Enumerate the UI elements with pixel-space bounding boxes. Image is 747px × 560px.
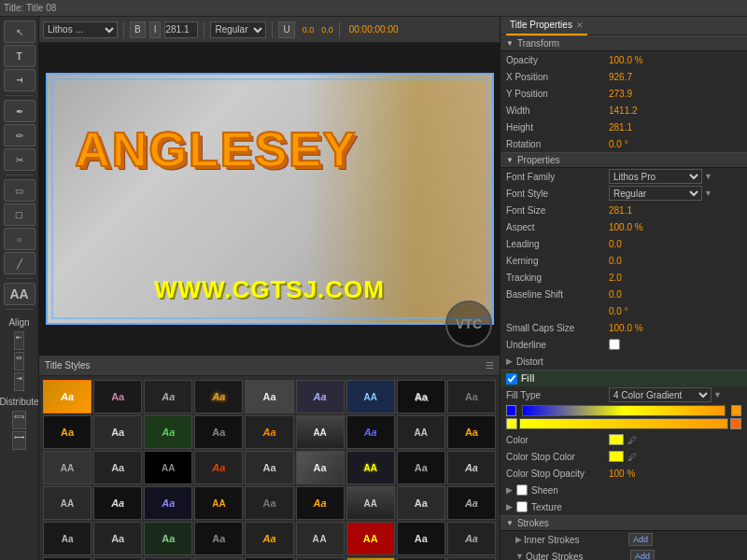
color-swatch[interactable] [609,434,624,445]
style-cell[interactable]: Aa [245,486,293,520]
style-cell[interactable]: AA [346,486,395,520]
style-cell[interactable]: AA [296,522,345,555]
style-cell[interactable]: Aa [447,451,496,484]
tool-select[interactable]: ↖ [4,21,35,43]
style-cell[interactable]: Aa [296,486,345,520]
italic-button[interactable]: I [149,21,162,38]
style-cell[interactable]: Aa [144,486,192,520]
color-stop-swatch[interactable] [609,451,624,462]
style-cell[interactable]: Aa [93,451,142,484]
color-stop-opacity-value[interactable]: 100 % [609,469,635,479]
style-cell[interactable]: Aa [93,415,142,449]
style-cell[interactable]: Aa [397,486,445,520]
style-cell[interactable]: AA [346,380,395,413]
tilt-value[interactable]: 0.0 ° [609,306,628,316]
style-cell[interactable]: Aa [245,451,293,484]
sheen-checkbox[interactable] [516,484,528,496]
style-cell[interactable]: Aa [43,522,92,555]
kerning-value[interactable]: 0.0 [609,256,622,266]
tool-ellipse[interactable]: ○ [4,228,35,250]
tool-rounded-rect[interactable]: ▢ [4,203,35,226]
style-cell[interactable]: Aa [93,380,142,413]
style-cell[interactable]: Aa [397,522,445,555]
tool-pen[interactable]: ✒ [4,100,35,122]
leading-value[interactable]: 0.0 [609,239,622,249]
style-cell[interactable]: Aa [245,415,293,449]
gradient-stop-bottom-right[interactable] [730,418,741,429]
font-size-value[interactable]: 281.1 [609,205,632,216]
style-cell[interactable]: Aa [447,522,496,555]
distribute-vert[interactable]: ⟷ [12,431,26,450]
outer-strokes-add-button[interactable]: Add [630,550,655,560]
style-cell[interactable]: Aa [447,486,496,520]
color-picker-icon[interactable]: 🖊 [627,435,637,445]
font-family-prop-select[interactable]: Lithos Pro [609,169,702,184]
font-size-input[interactable] [164,21,198,38]
title-properties-tab[interactable]: Title Properties ✕ [506,17,587,35]
style-cell[interactable]: AA [43,486,92,520]
font-family-select[interactable]: Lithos ... [43,21,118,38]
tab-close-button[interactable]: ✕ [576,21,584,30]
title-styles-menu[interactable]: ☰ [486,360,494,371]
style-cell[interactable]: Aa [144,380,192,413]
fill-type-select[interactable]: 4 Color Gradient [609,387,712,402]
style-cell[interactable]: Aa [93,522,142,555]
style-cell[interactable]: Aa [397,451,445,484]
style-cell[interactable]: AA [346,522,395,555]
tool-rect[interactable]: ▭ [4,179,35,202]
style-cell[interactable]: AA [43,451,92,484]
baseline-shift-value[interactable]: 0.0 [609,289,622,300]
style-cell[interactable]: Aa [296,380,345,413]
style-cell[interactable]: Aa [43,415,92,449]
height-value[interactable]: 281.1 [609,122,632,133]
style-cell[interactable]: Aa [144,522,192,555]
color-stop-picker[interactable]: 🖊 [627,452,637,462]
style-cell[interactable]: Aa [447,415,496,449]
tool-line[interactable]: ╱ [4,252,35,274]
underline-checkbox[interactable] [609,339,620,350]
properties-section-header[interactable]: ▼ Properties [500,152,747,168]
gradient-stop-bottom-left[interactable] [506,418,517,429]
transform-section-header[interactable]: ▼ Transform [500,35,747,51]
fill-checkbox[interactable] [506,373,517,385]
opacity-value[interactable]: 100.0 % [609,55,643,65]
font-style-prop-select[interactable]: Regular [609,186,702,201]
align-left[interactable]: ⇤ [14,331,24,350]
inner-strokes-add-button[interactable]: Add [628,533,653,546]
x-position-value[interactable]: 926.7 [609,72,632,82]
style-cell[interactable]: AA [194,486,243,520]
tool-text[interactable]: T [4,45,35,67]
aspect-value[interactable]: 100.0 % [609,222,643,232]
y-position-value[interactable]: 273.9 [609,89,632,99]
rotation-value[interactable]: 0.0 ° [609,139,628,149]
tracking-value[interactable]: 2.0 [609,273,622,283]
style-cell[interactable]: Aa [245,380,293,413]
bold-button[interactable]: B [130,21,146,38]
style-cell[interactable]: Aa [296,451,345,484]
style-cell[interactable]: AA [397,415,445,449]
gradient-stop-left[interactable] [506,405,516,416]
style-cell[interactable]: Aa [346,415,395,449]
style-cell[interactable]: Aa [194,380,243,413]
tool-pen-add[interactable]: ✏ [4,124,35,147]
style-cell[interactable]: Aa [43,380,92,413]
style-cell[interactable]: Aa [194,522,243,555]
small-caps-value[interactable]: 100.0 % [609,323,643,333]
gradient-bar[interactable] [522,405,726,416]
strokes-section-header[interactable]: ▼ Strokes [500,515,747,531]
style-cell[interactable]: Aa [447,380,496,413]
style-cell[interactable]: Aa [194,451,243,484]
underline-button[interactable]: U [278,21,294,38]
tool-vertical-text[interactable]: T [4,69,35,91]
style-cell[interactable]: Aa [245,522,293,555]
tool-aa[interactable]: AA [4,283,35,305]
tool-pen-sub[interactable]: ✂ [4,148,35,171]
style-cell[interactable]: Aa [194,415,243,449]
align-center[interactable]: ⇔ [14,352,24,371]
width-value[interactable]: 1411.2 [609,105,638,116]
style-cell[interactable]: Aa [397,380,445,413]
align-right[interactable]: ⇥ [14,372,24,391]
style-cell[interactable]: AA [296,415,345,449]
style-cell[interactable]: AA [346,451,395,484]
style-cell[interactable]: AA [144,451,192,484]
